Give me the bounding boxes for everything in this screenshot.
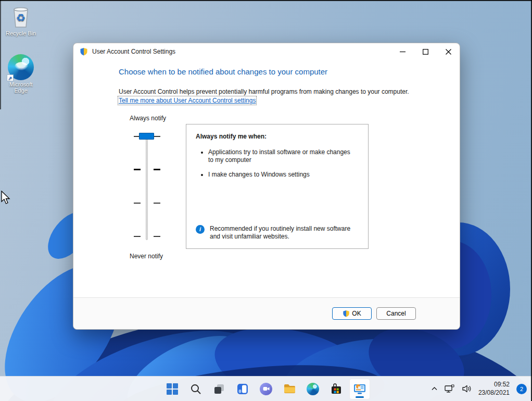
taskbar-item-uac-settings[interactable] bbox=[349, 379, 370, 399]
task-view-button[interactable] bbox=[209, 379, 230, 399]
system-tray: 09:52 23/08/2021 2 bbox=[431, 377, 527, 401]
slider-label-always-notify: Always notify bbox=[130, 115, 166, 122]
taskbar: 09:52 23/08/2021 2 bbox=[0, 376, 532, 401]
minimize-button[interactable] bbox=[391, 43, 414, 60]
slider-tick-default bbox=[154, 169, 160, 170]
titlebar[interactable]: User Account Control Settings bbox=[73, 43, 460, 60]
start-button[interactable] bbox=[162, 379, 183, 399]
uac-shield-icon bbox=[80, 47, 88, 56]
panel-heading: Always notify me when: bbox=[196, 133, 359, 140]
slider-tick-default bbox=[134, 169, 141, 170]
slider-tick bbox=[154, 136, 160, 137]
shortcut-arrow-icon: ↗ bbox=[7, 74, 14, 81]
edge-logo-icon: ↗ bbox=[8, 54, 34, 80]
uac-settings-app-icon bbox=[353, 382, 366, 396]
minimize-icon bbox=[400, 49, 406, 55]
svg-text:♻: ♻ bbox=[16, 11, 26, 24]
notification-badge[interactable]: 2 bbox=[516, 384, 527, 394]
uac-help-link[interactable]: Tell me more about User Account Control … bbox=[119, 97, 256, 104]
desktop-icon-label: Recycle Bin bbox=[6, 30, 36, 36]
file-explorer-button[interactable] bbox=[279, 379, 300, 399]
slider-tick bbox=[154, 236, 160, 237]
uac-slider-track[interactable] bbox=[146, 135, 148, 240]
dialog-footer: OK Cancel bbox=[73, 297, 460, 329]
desktop-icon-recycle-bin[interactable]: ♻ Recycle Bin bbox=[1, 5, 41, 36]
panel-bullet: I make changes to Windows settings bbox=[208, 171, 356, 179]
edge-taskbar-button[interactable] bbox=[302, 379, 323, 399]
network-tray-button[interactable] bbox=[445, 384, 455, 394]
mouse-cursor bbox=[1, 191, 11, 205]
cancel-button[interactable]: Cancel bbox=[376, 307, 416, 320]
widgets-icon bbox=[236, 383, 249, 395]
windows-logo-icon bbox=[167, 383, 178, 395]
tray-overflow-button[interactable] bbox=[431, 385, 438, 392]
microsoft-store-button[interactable] bbox=[326, 379, 347, 399]
speaker-icon bbox=[462, 384, 472, 393]
microsoft-store-icon bbox=[330, 383, 343, 395]
task-view-icon bbox=[213, 383, 225, 395]
page-title: Choose when to be notified about changes… bbox=[119, 67, 441, 76]
volume-tray-button[interactable] bbox=[462, 384, 472, 393]
edge-icon bbox=[307, 383, 319, 395]
uac-shield-icon bbox=[343, 310, 350, 317]
desktop-icon-microsoft-edge[interactable]: ↗ Microsoft Edge bbox=[1, 54, 41, 94]
clock[interactable]: 09:52 23/08/2021 bbox=[478, 381, 510, 397]
maximize-button[interactable] bbox=[414, 43, 437, 60]
tray-date: 23/08/2021 bbox=[478, 389, 510, 397]
taskbar-center-icons bbox=[162, 377, 370, 401]
panel-bullet-list: Applications try to install software or … bbox=[208, 148, 359, 185]
chat-icon bbox=[260, 383, 272, 395]
search-button[interactable] bbox=[185, 379, 206, 399]
chevron-up-icon bbox=[431, 385, 438, 392]
panel-bullet: Applications try to install software or … bbox=[208, 148, 356, 164]
maximize-icon bbox=[423, 49, 428, 55]
search-icon bbox=[190, 383, 201, 395]
slider-tick bbox=[134, 203, 141, 204]
cancel-button-label: Cancel bbox=[386, 310, 406, 317]
notify-description-panel: Always notify me when: Applications try … bbox=[186, 124, 369, 249]
recommendation-row: i Recommended if you routinely install n… bbox=[196, 225, 359, 241]
slider-tick bbox=[134, 236, 141, 237]
window-title: User Account Control Settings bbox=[92, 48, 175, 55]
chat-button[interactable] bbox=[256, 379, 276, 399]
ok-button[interactable]: OK bbox=[332, 307, 372, 320]
intro-text: User Account Control helps prevent poten… bbox=[119, 88, 431, 95]
close-button[interactable] bbox=[437, 43, 460, 60]
widgets-button[interactable] bbox=[232, 379, 253, 399]
desktop-icon-label: Microsoft Edge bbox=[3, 81, 39, 94]
info-icon: i bbox=[196, 225, 205, 234]
screen-edge bbox=[0, 0, 532, 1]
uac-settings-window: User Account Control Settings Choose whe… bbox=[73, 43, 460, 330]
screen-edge bbox=[0, 0, 1, 109]
uac-slider-thumb[interactable] bbox=[139, 133, 154, 140]
file-explorer-icon bbox=[283, 382, 296, 395]
ok-button-label: OK bbox=[352, 310, 361, 317]
recycle-bin-icon: ♻ bbox=[9, 5, 33, 29]
tray-time: 09:52 bbox=[478, 381, 510, 389]
slider-label-never-notify: Never notify bbox=[130, 253, 163, 260]
close-icon bbox=[446, 49, 451, 55]
desktop-screen: ♻ Recycle Bin ↗ Microsoft Edge User Acco… bbox=[0, 0, 532, 401]
network-icon bbox=[445, 384, 455, 394]
recommendation-text: Recommended if you routinely install new… bbox=[210, 225, 357, 241]
slider-tick bbox=[154, 203, 160, 204]
